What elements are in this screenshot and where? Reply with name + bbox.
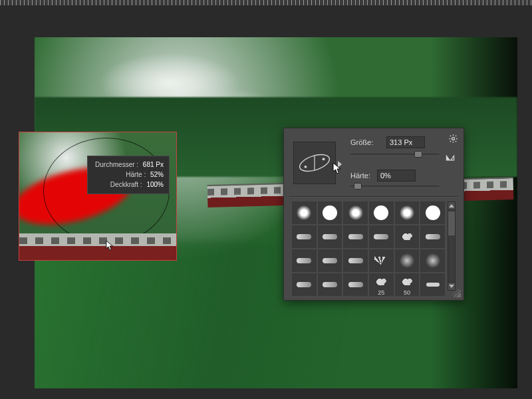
brush-preset[interactable] xyxy=(395,225,420,248)
cursor-icon xyxy=(106,240,115,252)
brush-preset[interactable] xyxy=(343,273,368,296)
cursor-icon xyxy=(332,162,343,176)
hud-diameter-label: Durchmesser : xyxy=(95,161,138,168)
brush-preset[interactable] xyxy=(369,225,394,248)
brush-preset[interactable] xyxy=(343,225,368,248)
ruler-horizontal[interactable] xyxy=(0,0,532,5)
brush-preset[interactable] xyxy=(318,273,342,296)
slider-thumb[interactable] xyxy=(414,151,422,158)
size-input[interactable] xyxy=(386,136,425,148)
hardness-label: Härte: xyxy=(350,172,370,180)
hardness-input[interactable] xyxy=(377,170,416,182)
divider xyxy=(289,196,458,197)
brush-preset[interactable] xyxy=(343,201,368,224)
brush-size-label: 25 xyxy=(378,289,384,296)
brush-preset[interactable] xyxy=(292,225,317,248)
hud-opacity-label: Deckkraft : xyxy=(110,181,142,188)
brush-preset[interactable] xyxy=(292,201,317,224)
size-slider[interactable] xyxy=(350,151,440,159)
brush-hud-preview xyxy=(19,132,177,261)
brush-preset-grid: 25 50 xyxy=(292,201,445,291)
gear-icon[interactable] xyxy=(448,134,458,146)
brush-preset[interactable] xyxy=(343,249,368,272)
preset-scrollbar[interactable] xyxy=(448,201,456,291)
flip-x-icon[interactable] xyxy=(445,154,456,163)
hud-hardness-value: 52% xyxy=(150,171,164,178)
brush-preset[interactable]: 25 xyxy=(369,273,394,296)
brush-preset[interactable] xyxy=(318,249,342,272)
resize-handle-icon[interactable] xyxy=(453,289,461,297)
scroll-up-button[interactable] xyxy=(448,202,455,210)
svg-point-3 xyxy=(323,158,325,160)
brush-hud-tooltip: Durchmesser : 681 Px Härte : 52% Deckkra… xyxy=(87,156,170,194)
hud-diameter-value: 681 Px xyxy=(143,161,164,168)
hud-opacity-value: 100% xyxy=(146,181,164,188)
brush-preset[interactable] xyxy=(292,249,317,272)
brush-preset[interactable] xyxy=(395,249,420,272)
brush-preset[interactable]: 50 xyxy=(395,273,420,296)
brush-preset[interactable] xyxy=(420,273,445,296)
svg-point-0 xyxy=(452,138,455,140)
scrollbar-thumb[interactable] xyxy=(448,211,455,235)
slider-thumb[interactable] xyxy=(354,183,362,190)
brush-preset[interactable] xyxy=(420,201,445,224)
brush-preset[interactable] xyxy=(420,225,445,248)
hud-hardness-label: Härte : xyxy=(126,171,146,178)
brush-preset[interactable] xyxy=(318,225,342,248)
brush-preset[interactable] xyxy=(292,273,317,296)
brush-preset[interactable] xyxy=(318,201,342,224)
brush-picker-panel: Größe: Härte: xyxy=(283,128,464,301)
hardness-slider[interactable] xyxy=(350,183,440,191)
photo-train-inset xyxy=(19,233,176,260)
size-label: Größe: xyxy=(350,138,380,146)
brush-preset[interactable] xyxy=(395,201,420,224)
brush-tip-preview[interactable] xyxy=(293,142,336,184)
brush-preset[interactable] xyxy=(420,249,445,272)
brush-preset[interactable] xyxy=(369,201,394,224)
brush-size-label: 50 xyxy=(404,289,410,296)
svg-point-2 xyxy=(305,166,307,168)
brush-preset[interactable] xyxy=(369,249,394,272)
